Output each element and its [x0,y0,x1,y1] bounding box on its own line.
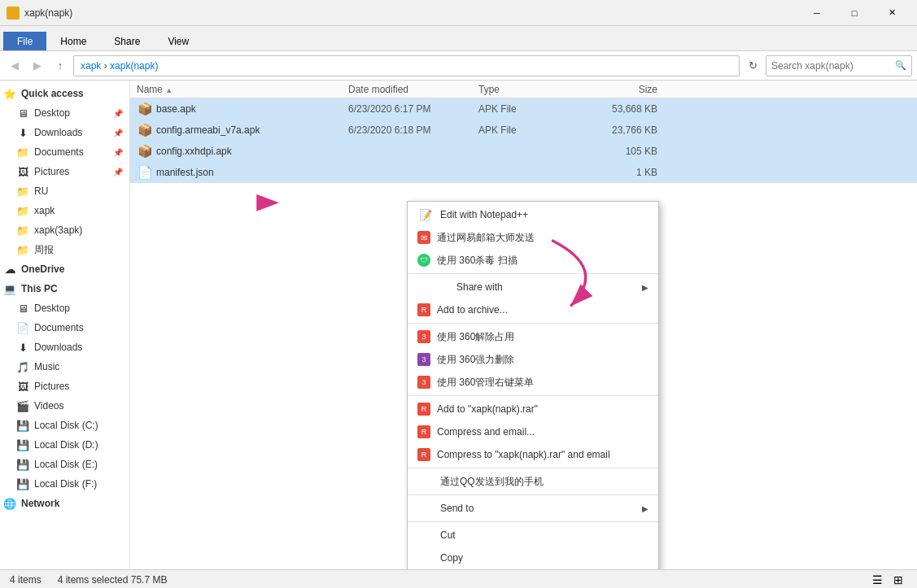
view-details-button[interactable]: ☰ [868,571,886,589]
sidebar-item-pc-videos[interactable]: 🎬 Videos [0,396,129,416]
main-content: ⭐ Quick access 🖥 Desktop 📌 ⬇ Downloads 📌… [0,81,917,569]
ctx-label: Add to archive... [437,304,648,316]
sidebar-item-pc-documents[interactable]: 📄 Documents [0,318,129,338]
sidebar-item-xapk[interactable]: 📁 xapk [0,201,129,220]
ctx-add-rar[interactable]: R Add to "xapk(napk).rar" [408,398,658,420]
pictures-icon: 🖼 [16,380,29,393]
tab-view[interactable]: View [154,32,203,50]
sidebar-item-ru[interactable]: 📁 RU [0,181,129,201]
sidebar-item-label: Desktop [34,107,70,119]
sidebar-section-network[interactable]: 🌐 Network [0,494,129,513]
ctx-edit-notepad[interactable]: 📝 Edit with Notepad++ [408,203,658,226]
360-manage-icon: 3 [417,376,430,389]
sidebar-item-pc-music[interactable]: 🎵 Music [0,357,129,377]
file-date: 6/23/2020 6:17 PM [348,103,478,115]
file-type: APK File [478,103,576,115]
breadcrumb-current[interactable]: xapk(napk) [110,60,158,72]
tab-home[interactable]: Home [46,32,100,50]
ctx-360-delete[interactable]: 3 使用 360强力删除 [408,348,658,371]
sidebar-item-pc-desktop[interactable]: 🖥 Desktop [0,298,129,318]
network-icon: 🌐 [3,497,16,510]
ctx-compress-email[interactable]: R Compress and email... [408,420,658,443]
ctx-cut[interactable]: Cut [408,524,658,547]
tab-share[interactable]: Share [100,32,154,50]
ctx-360-release[interactable]: 3 使用 360解除占用 [408,325,658,348]
sidebar-item-pictures[interactable]: 🖼 Pictures 📌 [0,162,129,181]
col-header-date[interactable]: Date modified [348,84,478,95]
ctx-label: Copy [440,552,648,564]
maximize-button[interactable]: □ [836,0,873,26]
pictures-icon: 🖼 [16,165,29,178]
forward-button[interactable]: ▶ [28,56,47,76]
ctx-netease-mail[interactable]: ✉ 通过网易邮箱大师发送 [408,226,658,249]
file-row[interactable]: 📦 base.apk 6/23/2020 6:17 PM APK File 53… [130,98,917,120]
sidebar-item-local-disk-d[interactable]: 💾 Local Disk (D:) [0,435,129,455]
file-row[interactable]: 📦 config.armeabi_v7a.apk 6/23/2020 6:18 … [130,120,917,141]
apk-icon: 📦 [137,122,153,138]
disk-icon: 💾 [16,458,29,471]
sidebar-section-onedrive[interactable]: ☁ OneDrive [0,259,129,279]
videos-icon: 🎬 [16,399,29,412]
view-icons-button[interactable]: ⊞ [889,571,907,589]
file-row[interactable]: 📦 config.xxhdpi.apk 105 KB [130,141,917,162]
sidebar-item-desktop[interactable]: 🖥 Desktop 📌 [0,103,129,123]
col-header-type[interactable]: Type [478,84,576,95]
quick-access-icon: ⭐ [3,87,16,100]
ctx-copy[interactable]: Copy [408,547,658,569]
up-button[interactable]: ↑ [50,56,70,76]
sidebar-item-local-disk-c[interactable]: 💾 Local Disk (C:) [0,416,129,435]
sort-arrow: ▲ [165,86,172,94]
sidebar-item-label: xapk [34,205,55,216]
ctx-add-archive[interactable]: R Add to archive... [408,298,658,321]
ctx-label: 使用 360杀毒 扫描 [437,254,648,268]
breadcrumb-xapk[interactable]: xapk [81,60,101,72]
disk-icon: 💾 [16,419,29,432]
ribbon-tabs: File Home Share View [0,26,917,50]
pin-icon: 📌 [113,109,123,118]
refresh-button[interactable]: ↻ [743,56,762,76]
ctx-share-with[interactable]: Share with ▶ [408,276,658,298]
sidebar-item-label: Local Disk (F:) [34,478,97,490]
sidebar-item-label: Desktop [34,303,70,314]
sidebar-item-local-disk-f[interactable]: 💾 Local Disk (F:) [0,474,129,494]
search-input[interactable] [771,60,895,72]
back-button[interactable]: ◀ [5,56,24,76]
360-tool-icon: 3 [417,330,430,343]
sidebar-section-quick-access[interactable]: ⭐ Quick access [0,84,129,103]
folder-icon: 📁 [16,224,29,237]
ctx-360-scan[interactable]: 🛡 使用 360杀毒 扫描 [408,249,658,272]
sidebar-item-local-disk-e[interactable]: 💾 Local Disk (E:) [0,455,129,474]
sidebar-item-documents[interactable]: 📁 Documents 📌 [0,142,129,162]
compress-email-icon: R [417,425,430,438]
col-header-size[interactable]: Size [576,84,657,95]
tab-file[interactable]: File [3,32,46,50]
file-size: 53,668 KB [576,103,657,115]
sidebar-item-label: Local Disk (D:) [34,439,98,451]
sidebar-item-label: Local Disk (C:) [34,420,98,431]
breadcrumb[interactable]: xapk › xapk(napk) [73,55,740,76]
quick-access-label: Quick access [21,88,84,99]
sidebar-item-pc-pictures[interactable]: 🖼 Pictures [0,377,129,396]
minimize-button[interactable]: ─ [798,0,836,26]
shield-360-icon: 🛡 [417,254,430,267]
sidebar-item-pc-downloads[interactable]: ⬇ Downloads [0,338,129,357]
ctx-label: Compress to "xapk(napk).rar" and email [437,449,648,460]
close-button[interactable]: ✕ [873,0,910,26]
sidebar-item-zhoupao[interactable]: 📁 周报 [0,240,129,259]
ctx-qq-send[interactable]: 通过QQ发送到我的手机 [408,470,658,493]
ctx-send-to[interactable]: Send to ▶ [408,497,658,520]
title-controls: ─ □ ✕ [798,0,910,26]
col-header-name[interactable]: Name ▲ [137,84,348,95]
ctx-compress-rar-email[interactable]: R Compress to "xapk(napk).rar" and email [408,443,658,466]
ctx-360-manage[interactable]: 3 使用 360管理右键菜单 [408,371,658,394]
ctx-label: 使用 360管理右键菜单 [437,376,648,390]
file-row[interactable]: 📄 manifest.json 1 KB [130,162,917,183]
sidebar-item-label: 周报 [34,243,54,257]
sidebar-item-label: Documents [34,146,84,158]
sidebar-section-this-pc[interactable]: 💻 This PC [0,279,129,298]
sidebar-item-downloads[interactable]: ⬇ Downloads 📌 [0,123,129,142]
status-right: ☰ ⊞ [868,571,907,589]
folder-icon: 📁 [16,185,29,198]
submenu-arrow: ▶ [642,283,648,292]
sidebar-item-xapk3apk[interactable]: 📁 xapk(3apk) [0,220,129,240]
